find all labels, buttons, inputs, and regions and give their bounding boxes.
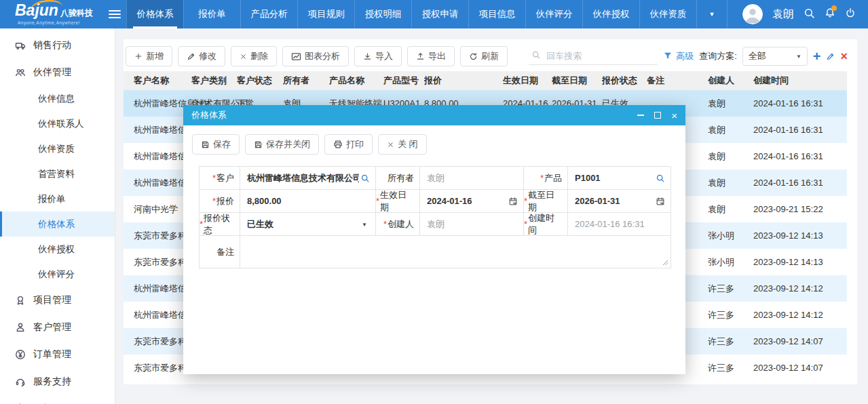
add-plan-button[interactable]: +	[813, 49, 821, 63]
sidebar-group-6[interactable]: 目标管理	[0, 395, 115, 404]
column-header-12[interactable]: 创建时间	[753, 71, 847, 90]
sidebar-group-label: 销售行动	[33, 39, 71, 52]
bell-icon[interactable]	[825, 7, 835, 21]
table-header-row: 客户名称客户类别客户状态所有者产品名称产品型号报价生效日期截至日期报价状态备注创…	[124, 71, 847, 90]
sidebar-item-1-2[interactable]: 伙伴资质	[0, 136, 115, 161]
pencil-icon	[187, 52, 195, 61]
column-header-0[interactable]: 客户名称	[124, 71, 191, 90]
more-tabs-button[interactable]: ▼	[696, 0, 728, 28]
dialog-button-0[interactable]: 保存	[192, 134, 240, 155]
sidebar-item-1-5[interactable]: 价格体系	[0, 211, 115, 237]
dialog-button-1[interactable]: 保存并关闭	[245, 134, 319, 155]
column-header-8[interactable]: 截至日期	[552, 71, 602, 90]
table-cell: 东莞市爱多科技	[124, 355, 191, 381]
toolbar-button-0[interactable]: 新增	[126, 46, 172, 66]
field-textarea-备注[interactable]	[240, 236, 671, 268]
search-icon[interactable]	[360, 174, 370, 183]
sidebar-item-1-4[interactable]: 报价单	[0, 186, 115, 211]
toolbar-button-5[interactable]: 导出	[407, 46, 455, 66]
sidebar-item-1-0[interactable]: 伙伴信息	[0, 86, 115, 111]
nav-tab-9[interactable]: 伙伴资质	[639, 0, 696, 28]
sidebar-group-1[interactable]: 伙伴管理	[0, 59, 115, 86]
save-icon	[254, 140, 263, 149]
nav-tab-8[interactable]: 伙伴授权	[582, 0, 639, 28]
search-input[interactable]	[545, 50, 655, 62]
chevron-down-icon: ▼	[362, 221, 367, 227]
nav-tab-6[interactable]: 项目信息	[468, 0, 525, 28]
resize-handle-icon[interactable]	[662, 260, 668, 266]
field-date-截至日期[interactable]: 2026-01-31	[568, 190, 671, 213]
minimize-icon[interactable]	[637, 111, 644, 119]
chevron-down-icon: ▼	[709, 11, 715, 18]
nav-tab-7[interactable]: 伙伴评分	[525, 0, 582, 28]
field-label-备注: 备注	[200, 236, 240, 268]
hamburger-icon[interactable]	[103, 0, 126, 28]
field-text-报价[interactable]: 8,800.00	[240, 190, 376, 213]
sidebar-item-1-1[interactable]: 伙伴联系人	[0, 111, 115, 136]
nav-tab-3[interactable]: 项目规则	[297, 0, 354, 28]
column-header-3[interactable]: 所有者	[283, 71, 329, 90]
column-header-2[interactable]: 客户状态	[237, 71, 283, 90]
nav-tab-2[interactable]: 产品分析	[240, 0, 297, 28]
search-icon[interactable]	[656, 174, 665, 183]
edit-plan-button[interactable]	[826, 52, 835, 61]
sidebar-group-3[interactable]: 客户管理	[0, 314, 115, 341]
column-header-7[interactable]: 生效日期	[503, 71, 552, 90]
sidebar-item-1-7[interactable]: 伙伴评分	[0, 262, 115, 287]
toolbar-button-1[interactable]: 修改	[178, 46, 225, 66]
nav-tab-5[interactable]: 授权申请	[411, 0, 468, 28]
table-cell: 2023-09-12 14:12	[753, 302, 847, 328]
toolbar-button-4[interactable]: 导入	[354, 46, 402, 66]
advanced-filter-button[interactable]: 高级	[663, 50, 694, 62]
query-plan-value: 全部	[749, 50, 766, 62]
field-value: 袁朗	[427, 172, 445, 184]
column-header-6[interactable]: 报价	[424, 71, 503, 90]
column-header-9[interactable]: 报价状态	[602, 71, 647, 90]
nav-tab-1[interactable]: 报价单	[183, 0, 240, 28]
column-header-10[interactable]: 备注	[647, 71, 708, 90]
toolbar-button-2[interactable]: 删除	[231, 46, 277, 66]
required-asterisk: *	[524, 196, 527, 206]
x-icon	[240, 53, 247, 60]
dialog-button-2[interactable]: 打印	[324, 134, 373, 155]
field-lookup-产品[interactable]: P1001	[568, 167, 671, 190]
calendar-icon[interactable]	[656, 197, 665, 206]
table-cell: 2023-09-12 14:13	[753, 222, 847, 249]
column-header-4[interactable]: 产品名称	[329, 71, 383, 90]
table-cell: 袁朗	[708, 143, 753, 169]
field-lookup-客户[interactable]: 杭州雷峰塔信息技术有限公司	[240, 167, 376, 190]
delete-plan-button[interactable]: ×	[840, 50, 848, 62]
column-header-1[interactable]: 客户类别	[191, 71, 237, 90]
query-plan-select[interactable]: 全部 ▼	[742, 47, 808, 66]
dialog-titlebar[interactable]: 价格体系 ×	[183, 105, 685, 125]
calendar-icon[interactable]	[508, 197, 518, 206]
nav-tab-4[interactable]: 授权明细	[354, 0, 411, 28]
nav-tab-0[interactable]: 价格体系	[126, 0, 183, 28]
sidebar-item-1-3[interactable]: 首营资料	[0, 161, 115, 186]
dialog-button-3[interactable]: 关 闭	[378, 134, 427, 155]
power-icon[interactable]	[845, 7, 856, 21]
field-select-报价状态[interactable]: 已生效▼	[240, 213, 376, 236]
required-asterisk: *	[540, 173, 544, 183]
sidebar-group-5[interactable]: 服务支持	[0, 368, 115, 395]
table-cell: 许三多	[708, 355, 753, 381]
sidebar-group-2[interactable]: 项目管理	[0, 287, 115, 314]
column-header-11[interactable]: 创建人	[708, 71, 753, 90]
sidebar-item-1-6[interactable]: 伙伴授权	[0, 237, 115, 262]
maximize-icon[interactable]	[654, 111, 661, 119]
user-avatar-icon[interactable]	[742, 4, 763, 24]
sidebar-group-label: 伙伴管理	[33, 66, 71, 79]
search-icon[interactable]	[804, 7, 815, 22]
field-date-生效日期[interactable]: 2024-01-16	[420, 190, 524, 213]
close-icon[interactable]: ×	[671, 111, 677, 119]
toolbar-button-3[interactable]: 图表分析	[282, 46, 349, 66]
sidebar-group-4[interactable]: 订单管理	[0, 341, 115, 368]
user-name[interactable]: 袁朗	[772, 7, 794, 22]
printer-icon	[333, 140, 343, 149]
sidebar: 销售行动伙伴管理伙伴信息伙伴联系人伙伴资质首营资料报价单价格体系伙伴授权伙伴评分…	[0, 28, 115, 404]
field-label-text: 生效日期	[380, 189, 414, 214]
table-cell: 2024-01-16 16:31	[753, 169, 847, 196]
column-header-5[interactable]: 产品型号	[383, 71, 424, 90]
toolbar-button-6[interactable]: 刷新	[460, 46, 508, 66]
sidebar-group-0[interactable]: 销售行动	[0, 32, 115, 59]
